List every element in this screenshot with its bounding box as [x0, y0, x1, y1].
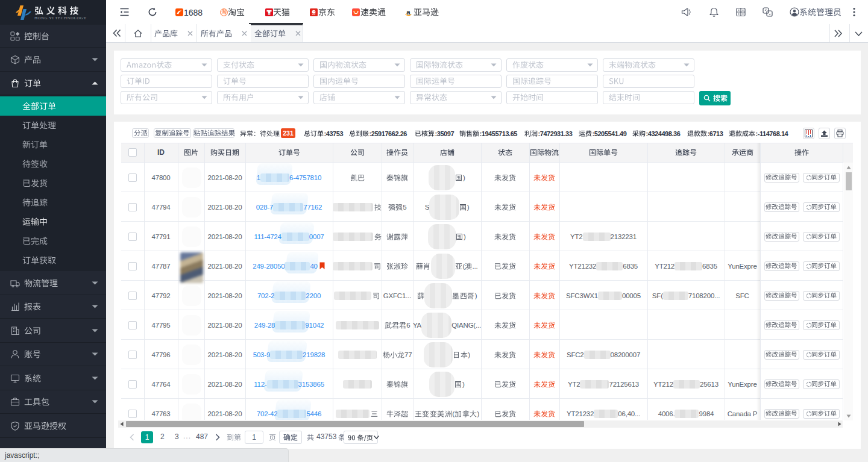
svg-text:a: a [406, 8, 410, 16]
